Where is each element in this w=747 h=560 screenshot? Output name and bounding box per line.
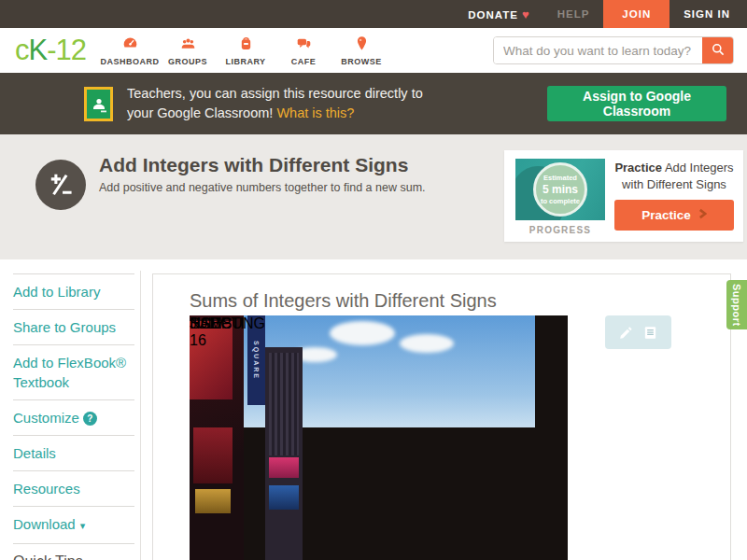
nav-dashboard[interactable]: DASHBOARD xyxy=(101,35,159,66)
assign-to-classroom-button[interactable]: Assign to Google Classroom xyxy=(547,86,726,121)
content-card: Sums of Integers with Different Signs SQ… xyxy=(152,273,731,560)
sidebar-item-add-to-library[interactable]: Add to Library xyxy=(13,273,134,309)
join-button[interactable]: JOIN xyxy=(603,0,669,28)
practice-title: Practice Add Integers with Different Sig… xyxy=(611,160,738,192)
caret-down-icon: ▾ xyxy=(80,520,86,531)
main-area: Add to Library Share to Groups Add to Fl… xyxy=(0,259,747,560)
lesson-header: Add Integers with Different Signs Add po… xyxy=(0,134,747,259)
sidebar-item-customize[interactable]: Customize? xyxy=(13,399,134,435)
billboard-pink xyxy=(269,457,299,478)
content-heading: Sums of Integers with Different Signs xyxy=(190,290,730,312)
sign-in-button[interactable]: SIGN IN xyxy=(684,8,730,20)
sidebar: Add to Library Share to Groups Add to Fl… xyxy=(13,273,134,560)
support-tab[interactable]: Support xyxy=(726,280,747,329)
chevron-right-icon xyxy=(698,208,707,222)
billboard-gold xyxy=(195,489,231,513)
sidebar-item-add-to-flexbook[interactable]: Add to FlexBook® Textbook xyxy=(13,344,134,399)
sidebar-item-resources[interactable]: Resources xyxy=(13,470,134,506)
billboard-blue xyxy=(269,485,299,510)
annotation-toolbar xyxy=(605,315,671,349)
progress-label: PROGRESS xyxy=(515,225,605,235)
classroom-banner-text: Teachers, you can assign this resource d… xyxy=(127,84,423,123)
sidebar-item-details[interactable]: Details xyxy=(13,435,134,470)
top-bar: DONATE♥ HELP JOIN SIGN IN xyxy=(0,0,747,28)
donate-link[interactable]: DONATE♥ xyxy=(468,7,529,21)
cloud xyxy=(400,334,454,353)
nav-browse[interactable]: BROWSE xyxy=(332,35,390,66)
site-header: cK-12 DASHBOARD GROUPS LIBRARY CAFE BROW… xyxy=(0,28,747,73)
what-is-this-link[interactable]: What is this? xyxy=(276,105,354,120)
groups-people-icon xyxy=(180,35,196,55)
search-icon xyxy=(711,42,726,60)
sidebar-item-quick-tips[interactable]: Quick Tips xyxy=(13,543,134,560)
help-link[interactable]: HELP xyxy=(557,8,590,20)
main-nav: DASHBOARD GROUPS LIBRARY CAFE BROWSE xyxy=(101,35,390,66)
practice-card: Estimated 5 mins to complete PROGRESS Pr… xyxy=(504,150,743,242)
search-box xyxy=(493,36,734,64)
billboard-red-2 xyxy=(193,427,233,483)
nav-groups[interactable]: GROUPS xyxy=(159,35,217,66)
nav-library[interactable]: LIBRARY xyxy=(217,35,275,66)
page-subtitle: Add positive and negative numbers togeth… xyxy=(99,181,426,194)
times-square-photo: SQUARE NCEPTI JULY 16 HSBC SAMSUNG xyxy=(190,315,568,560)
heart-icon: ♥ xyxy=(522,7,529,21)
cafe-chat-icon xyxy=(296,35,312,55)
classroom-banner: Teachers, you can assign this resource d… xyxy=(0,73,747,134)
google-classroom-icon xyxy=(84,87,113,121)
plus-minus-icon xyxy=(35,160,86,210)
help-icon[interactable]: ? xyxy=(83,412,97,426)
dashboard-gauge-icon xyxy=(122,35,138,55)
search-button[interactable] xyxy=(702,37,733,63)
samsung-sign: SAMSUNG xyxy=(190,315,265,332)
cloud xyxy=(330,321,395,345)
estimated-time-badge: Estimated 5 mins to complete xyxy=(533,162,587,217)
sidebar-item-share-to-groups[interactable]: Share to Groups xyxy=(13,309,134,344)
sidebar-item-download[interactable]: Download▾ xyxy=(13,506,134,543)
library-backpack-icon xyxy=(238,35,254,55)
search-input[interactable] xyxy=(494,37,702,63)
nav-cafe[interactable]: CAFE xyxy=(275,35,332,66)
notes-icon[interactable] xyxy=(642,325,658,341)
practice-thumbnail[interactable]: Estimated 5 mins to complete xyxy=(515,159,605,220)
page-title: Add Integers with Different Signs xyxy=(99,154,426,176)
browse-pin-icon xyxy=(354,35,370,55)
left-tower xyxy=(265,347,303,560)
sidebar-divider xyxy=(140,271,141,560)
practice-button[interactable]: Practice xyxy=(614,200,734,231)
windows xyxy=(269,353,299,455)
pencil-icon[interactable] xyxy=(618,325,634,341)
ck12-logo[interactable]: cK-12 xyxy=(15,35,86,64)
